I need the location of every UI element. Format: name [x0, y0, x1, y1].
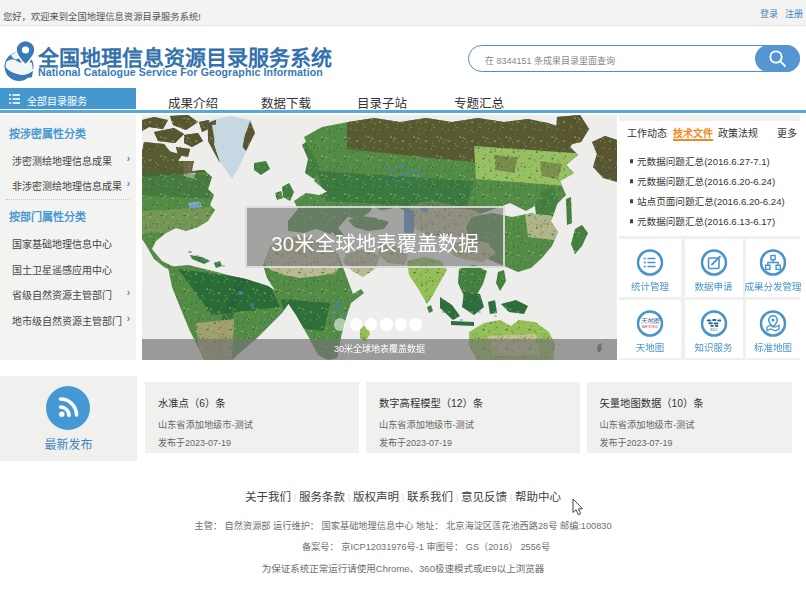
svg-text:天地图: 天地图 [641, 317, 660, 324]
svg-text:MAP WORLD: MAP WORLD [642, 324, 658, 328]
svg-text:NGCC: NGCC [710, 327, 718, 331]
